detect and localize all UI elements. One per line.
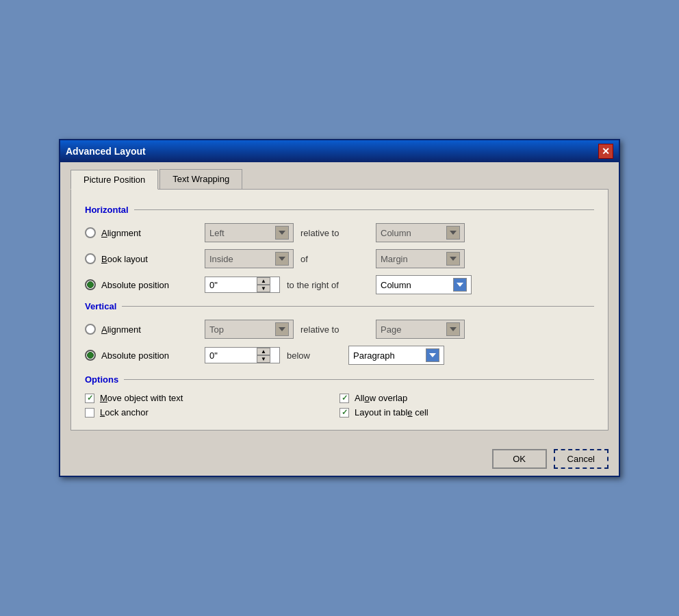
- h-absolute-radio-label[interactable]: Absolute position: [85, 279, 205, 290]
- cancel-button[interactable]: Cancel: [554, 449, 608, 469]
- h-absolute-up[interactable]: ▲: [257, 277, 270, 285]
- v-absolute-dropdown-arrow[interactable]: [426, 348, 439, 362]
- h-absolute-spinner-buttons: ▲ ▼: [257, 277, 270, 292]
- h-alignment-radio[interactable]: [85, 227, 96, 238]
- v-absolute-dropdown[interactable]: Paragraph: [348, 346, 444, 365]
- h-alignment-row: Alignment Left relative to Column: [85, 223, 594, 242]
- allow-overlap-checkbox[interactable]: [340, 394, 349, 403]
- h-alignment-middle-text: relative to: [300, 228, 369, 238]
- advanced-layout-dialog: Advanced Layout ✕ Picture Position Text …: [59, 139, 620, 477]
- v-alignment-radio-label[interactable]: Alignment: [85, 324, 205, 335]
- v-absolute-up[interactable]: ▲: [257, 348, 270, 355]
- options-section-header: Options: [85, 374, 594, 385]
- svg-marker-5: [279, 327, 285, 331]
- v-alignment-dropdown2-arrow[interactable]: [446, 322, 460, 336]
- v-alignment-dropdown2[interactable]: Page: [376, 320, 465, 339]
- h-absolute-input[interactable]: [205, 278, 257, 292]
- v-absolute-down[interactable]: ▼: [257, 355, 270, 363]
- horizontal-divider: [134, 209, 594, 210]
- h-book-dropdown2-arrow[interactable]: [446, 252, 460, 266]
- v-alignment-middle-text: relative to: [300, 324, 369, 335]
- svg-marker-7: [429, 353, 436, 357]
- tab-bar: Picture Position Text Wrapping: [71, 169, 608, 189]
- h-alignment-radio-label[interactable]: Alignment: [85, 227, 205, 238]
- h-alignment-dropdown2[interactable]: Column: [376, 223, 465, 242]
- svg-marker-3: [450, 257, 457, 261]
- svg-marker-4: [457, 283, 463, 287]
- h-alignment-dropdown1[interactable]: Left: [205, 223, 294, 242]
- h-book-text: Book layout: [101, 254, 148, 264]
- h-book-radio-label[interactable]: Book layout: [85, 253, 205, 264]
- h-absolute-row: Absolute position ▲ ▼ to the right of Co…: [85, 275, 594, 294]
- v-absolute-radio-label[interactable]: Absolute position: [85, 350, 205, 361]
- options-grid: Move object with text Allow overlap Lock…: [85, 393, 594, 418]
- move-object-checkbox[interactable]: [85, 394, 94, 403]
- h-alignment-dropdown1-arrow[interactable]: [275, 226, 289, 240]
- h-alignment-text: Alignment: [101, 228, 141, 238]
- v-absolute-input[interactable]: [205, 348, 257, 363]
- v-absolute-middle-text: below: [287, 350, 342, 361]
- v-absolute-text: Absolute position: [101, 350, 169, 361]
- h-book-dropdown1[interactable]: Inside: [205, 249, 294, 268]
- svg-marker-6: [450, 327, 457, 331]
- svg-marker-0: [279, 231, 285, 235]
- horizontal-section-header: Horizontal: [85, 205, 594, 215]
- h-absolute-dropdown[interactable]: Column: [376, 275, 472, 294]
- close-button[interactable]: ✕: [598, 144, 613, 159]
- allow-overlap-option[interactable]: Allow overlap: [340, 393, 594, 403]
- h-absolute-radio[interactable]: [85, 279, 96, 290]
- h-book-dropdown2[interactable]: Margin: [376, 249, 465, 268]
- horizontal-label: Horizontal: [85, 205, 129, 215]
- v-absolute-row: Absolute position ▲ ▼ below Paragraph: [85, 346, 594, 365]
- tab-text-wrapping[interactable]: Text Wrapping: [159, 169, 242, 189]
- v-alignment-row: Alignment Top relative to Page: [85, 320, 594, 339]
- v-absolute-radio[interactable]: [85, 350, 96, 361]
- move-object-option[interactable]: Move object with text: [85, 393, 340, 403]
- vertical-section-header: Vertical: [85, 301, 594, 311]
- layout-table-checkbox[interactable]: [340, 408, 349, 418]
- layout-table-label: Layout in table cell: [355, 407, 428, 418]
- v-absolute-spinner[interactable]: ▲ ▼: [205, 347, 280, 363]
- tab-content: Horizontal Alignment Left relative t: [71, 189, 608, 431]
- dialog-body: Picture Position Text Wrapping Horizonta…: [60, 162, 619, 441]
- options-divider: [124, 379, 594, 380]
- v-alignment-dropdown1[interactable]: Top: [205, 320, 294, 339]
- h-absolute-dropdown-arrow[interactable]: [453, 278, 467, 292]
- v-alignment-radio[interactable]: [85, 324, 96, 335]
- h-alignment-dropdown2-arrow[interactable]: [446, 226, 460, 240]
- v-alignment-dropdown1-arrow[interactable]: [275, 322, 289, 336]
- layout-table-option[interactable]: Layout in table cell: [340, 407, 594, 418]
- h-absolute-down[interactable]: ▼: [257, 285, 270, 292]
- button-row: OK Cancel: [60, 441, 619, 476]
- h-book-radio[interactable]: [85, 253, 96, 264]
- h-book-layout-row: Book layout Inside of Margin: [85, 249, 594, 268]
- v-absolute-spinner-buttons: ▲ ▼: [257, 348, 270, 363]
- vertical-label: Vertical: [85, 301, 116, 311]
- svg-marker-2: [279, 257, 285, 261]
- h-absolute-spinner[interactable]: ▲ ▼: [205, 277, 280, 293]
- v-alignment-text: Alignment: [101, 324, 141, 335]
- tab-picture-position[interactable]: Picture Position: [71, 170, 158, 190]
- vertical-divider: [122, 306, 594, 307]
- title-bar: Advanced Layout ✕: [60, 140, 619, 162]
- h-absolute-text: Absolute position: [101, 280, 169, 290]
- h-book-middle-text: of: [300, 254, 369, 264]
- h-absolute-middle-text: to the right of: [287, 280, 369, 290]
- move-object-label: Move object with text: [100, 393, 183, 403]
- allow-overlap-label: Allow overlap: [355, 393, 407, 403]
- lock-anchor-checkbox[interactable]: [85, 408, 94, 418]
- ok-button[interactable]: OK: [492, 449, 547, 469]
- h-book-dropdown1-arrow[interactable]: [275, 252, 289, 266]
- lock-anchor-option[interactable]: Lock anchor: [85, 407, 340, 418]
- options-section: Options Move object with text Allow over…: [85, 374, 594, 418]
- svg-marker-1: [450, 231, 457, 235]
- lock-anchor-label: Lock anchor: [100, 407, 149, 418]
- options-label: Options: [85, 374, 118, 385]
- dialog-title: Advanced Layout: [66, 146, 146, 157]
